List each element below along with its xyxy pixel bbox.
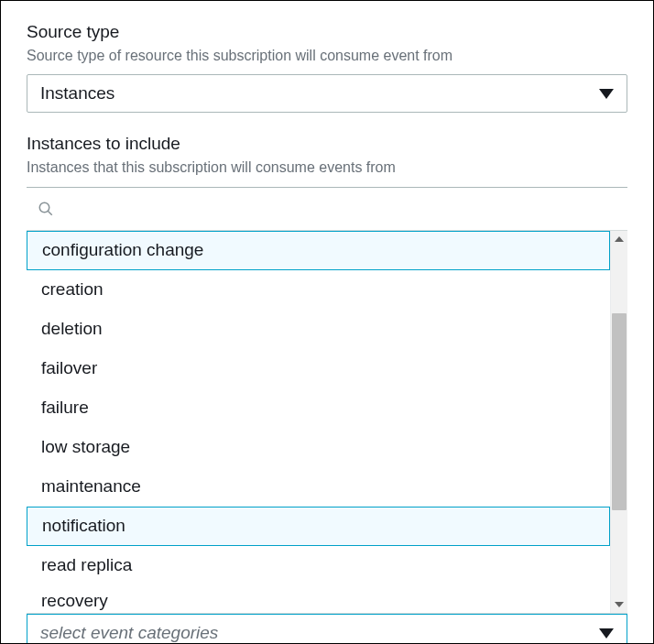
option-item[interactable]: deletion	[27, 310, 610, 349]
options-dropdown: configuration changecreationdeletionfail…	[27, 231, 627, 614]
search-icon	[38, 201, 54, 217]
search-input[interactable]	[63, 199, 616, 218]
option-item[interactable]: failure	[27, 388, 610, 428]
source-type-label: Source type	[27, 21, 627, 44]
option-item[interactable]: read replica	[27, 546, 610, 585]
option-item[interactable]: failover	[27, 349, 610, 388]
source-type-value: Instances	[40, 83, 114, 104]
option-item[interactable]: creation	[27, 270, 610, 310]
scroll-down-button[interactable]	[611, 596, 627, 613]
option-item[interactable]: notification	[27, 507, 610, 546]
scroll-up-button[interactable]	[611, 231, 627, 247]
option-item[interactable]: maintenance	[27, 467, 610, 507]
scrollbar[interactable]	[610, 231, 627, 613]
scrollbar-track[interactable]	[611, 247, 627, 596]
options-list: configuration changecreationdeletionfail…	[27, 231, 610, 613]
search-input-container[interactable]	[27, 187, 627, 231]
event-categories-placeholder: select event categories	[40, 623, 218, 643]
instances-include-section: Instances to include Instances that this…	[27, 133, 627, 644]
caret-down-icon	[599, 628, 614, 639]
event-categories-select[interactable]: select event categories	[27, 614, 627, 644]
svg-point-0	[39, 202, 49, 213]
instances-include-label: Instances to include	[27, 133, 627, 156]
scrollbar-thumb[interactable]	[612, 313, 627, 510]
source-type-select[interactable]: Instances	[27, 74, 627, 113]
caret-down-icon	[599, 89, 614, 99]
source-type-section: Source type Source type of resource this…	[27, 21, 627, 113]
source-type-helper: Source type of resource this subscriptio…	[27, 46, 627, 66]
chevron-up-icon	[615, 236, 624, 242]
option-item[interactable]: configuration change	[27, 231, 610, 270]
option-item[interactable]: low storage	[27, 428, 610, 467]
chevron-down-icon	[615, 602, 624, 607]
svg-line-1	[48, 211, 52, 215]
instances-include-helper: Instances that this subscription will co…	[27, 158, 627, 178]
option-item[interactable]: recovery	[27, 585, 610, 613]
